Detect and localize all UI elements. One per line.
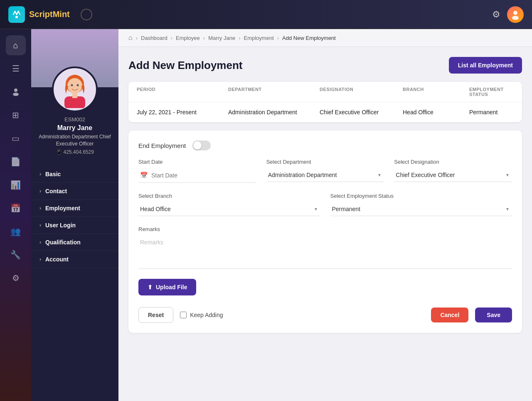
breadcrumb-employee[interactable]: Employee: [176, 35, 200, 41]
breadcrumb-employment[interactable]: Employment: [244, 35, 274, 41]
designation-label: Select Designation: [394, 159, 512, 165]
designation-group: Select Designation Chief Executive Offic…: [394, 159, 512, 183]
profile-info: ESM002 Marry Jane Administration Departm…: [31, 116, 118, 166]
loading-indicator: [81, 9, 92, 20]
svg-rect-10: [72, 92, 77, 98]
start-date-group: Start Date 📅: [138, 159, 256, 183]
profile-menu-employment[interactable]: › Employment: [31, 200, 118, 217]
profile-menu-basic[interactable]: › Basic: [31, 166, 118, 183]
logo-text: ScriptMint: [29, 10, 70, 19]
logo: ScriptMint: [8, 6, 70, 23]
content-inner: Add New Employment List all Employment P…: [118, 47, 532, 401]
svg-point-8: [77, 84, 79, 86]
branch-select[interactable]: Head Office: [138, 202, 320, 216]
avatar: [54, 68, 96, 111]
main-layout: ⌂ ☰ ⊞ ▭ 📄 📊 📅 👥 🔧 ⚙: [0, 29, 532, 401]
profile-menu: › Basic › Contact › Employment › User Lo…: [31, 166, 118, 268]
breadcrumb-marry-jane[interactable]: Marry Jane: [208, 35, 235, 41]
user-avatar[interactable]: [507, 6, 524, 23]
end-employment-label: End Employment: [138, 142, 186, 149]
reset-button[interactable]: Reset: [138, 307, 173, 323]
sidebar-item-home[interactable]: ⌂: [6, 35, 26, 55]
profile-id: ESM002: [35, 116, 114, 123]
profile-menu-account[interactable]: › Account: [31, 251, 118, 268]
sidebar-item-person[interactable]: [6, 82, 26, 102]
sidebar-item-grid[interactable]: ⊞: [6, 105, 26, 125]
start-date-input[interactable]: [151, 172, 255, 179]
svg-point-2: [512, 16, 519, 20]
svg-point-3: [14, 89, 17, 92]
sidebar-item-tablet[interactable]: ▭: [6, 128, 26, 148]
branch-label: Select Branch: [138, 193, 320, 199]
profile-menu-userlogin[interactable]: › User Login: [31, 217, 118, 234]
sidebar-item-document[interactable]: 📄: [6, 152, 26, 172]
chevron-right-icon: ›: [39, 205, 41, 211]
svg-point-7: [71, 84, 73, 86]
cell-employment-status: Permanent: [469, 109, 514, 116]
breadcrumb: ⌂ › Dashboard › Employee › Marry Jane › …: [118, 29, 532, 47]
sidebar-item-calendar[interactable]: 📅: [6, 198, 26, 218]
profile-panel-bg: [31, 29, 118, 87]
profile-menu-basic-label: Basic: [45, 171, 61, 177]
home-breadcrumb-icon: ⌂: [128, 34, 133, 42]
chevron-right-icon: ›: [39, 222, 41, 228]
remarks-label: Remarks: [138, 226, 512, 232]
designation-select-wrapper: Chief Executive Officer ▾: [394, 168, 512, 182]
cancel-button[interactable]: Cancel: [431, 308, 468, 322]
profile-menu-contact[interactable]: › Contact: [31, 183, 118, 200]
list-all-employment-button[interactable]: List all Employment: [449, 57, 522, 74]
table-row: July 22, 2021 - Present Administration D…: [128, 102, 522, 122]
keep-adding-checkbox[interactable]: [180, 312, 187, 318]
col-period: PERIOD: [137, 87, 228, 97]
employment-status-label: Select Employment Status: [330, 193, 512, 199]
breadcrumb-dashboard[interactable]: Dashboard: [141, 35, 167, 41]
department-label: Select Department: [266, 159, 384, 165]
keep-adding-label[interactable]: Keep Adding: [180, 312, 223, 318]
employment-status-select[interactable]: Permanent: [330, 202, 512, 216]
profile-menu-qualification-label: Qualification: [45, 239, 81, 246]
form-row-1: Start Date 📅 Select Department Administr…: [138, 159, 512, 183]
logo-icon: [8, 6, 25, 23]
form-footer: Reset Keep Adding Cancel Save: [138, 307, 512, 323]
content-area: ⌂ › Dashboard › Employee › Marry Jane › …: [118, 29, 532, 401]
table-header: PERIOD DEPARTMENT DESIGNATION BRANCH EMP…: [128, 82, 522, 102]
remarks-group: Remarks: [138, 226, 512, 269]
settings-icon[interactable]: ⚙: [492, 9, 500, 20]
calendar-icon: 📅: [140, 172, 148, 179]
employment-status-select-wrapper: Permanent ▾: [330, 202, 512, 216]
form-card: End Employment Start Date 📅 Select Depar…: [128, 130, 522, 333]
designation-select[interactable]: Chief Executive Officer: [394, 168, 512, 182]
branch-select-wrapper: Head Office ▾: [138, 202, 320, 216]
page-header: Add New Employment List all Employment: [128, 57, 522, 74]
col-employment-status: EMPLOYMENT STATUS: [469, 87, 514, 97]
profile-menu-qualification[interactable]: › Qualification: [31, 234, 118, 251]
svg-rect-9: [64, 96, 85, 108]
department-select-wrapper: Administration Department ▾: [266, 168, 384, 182]
save-button[interactable]: Save: [475, 308, 512, 322]
upload-icon: ⬆: [148, 284, 153, 290]
profile-phone: 📱 425.404.6529: [35, 149, 114, 155]
col-department: DEPARTMENT: [228, 87, 320, 97]
profile-menu-contact-label: Contact: [45, 188, 67, 194]
department-select[interactable]: Administration Department: [266, 168, 384, 182]
end-employment-toggle[interactable]: [192, 140, 211, 150]
start-date-wrapper: 📅: [138, 168, 256, 183]
svg-point-6: [67, 78, 82, 93]
upload-file-label: Upload File: [156, 284, 187, 290]
profile-menu-userlogin-label: User Login: [45, 222, 76, 229]
sidebar-item-list[interactable]: ☰: [6, 59, 26, 79]
profile-panel: ESM002 Marry Jane Administration Departm…: [31, 29, 118, 401]
svg-point-1: [513, 11, 517, 15]
sidebar-item-tools[interactable]: 🔧: [6, 245, 26, 265]
end-employment-row: End Employment: [138, 140, 512, 150]
sidebar-item-team[interactable]: 👥: [6, 221, 26, 241]
page-title: Add New Employment: [128, 59, 242, 72]
remarks-textarea[interactable]: [138, 236, 512, 269]
sidebar-item-report[interactable]: 📊: [6, 175, 26, 195]
upload-file-button[interactable]: ⬆ Upload File: [138, 279, 196, 295]
employment-table: PERIOD DEPARTMENT DESIGNATION BRANCH EMP…: [128, 82, 522, 122]
sidebar-item-settings[interactable]: ⚙: [6, 268, 26, 288]
icon-sidebar: ⌂ ☰ ⊞ ▭ 📄 📊 📅 👥 🔧 ⚙: [0, 29, 31, 401]
profile-dept: Administration Department Chief Executiv…: [35, 133, 114, 148]
chevron-right-icon: ›: [39, 188, 41, 194]
